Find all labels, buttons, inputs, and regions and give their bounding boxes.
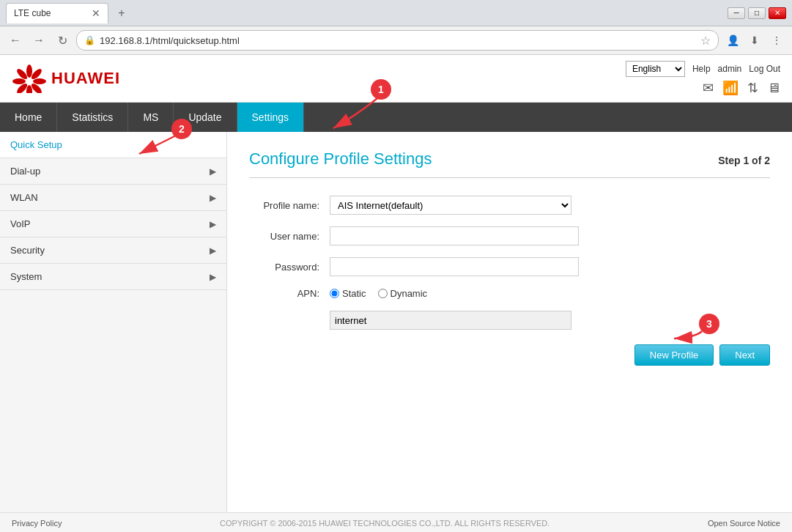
apn-input[interactable] <box>330 311 571 330</box>
extensions-icon[interactable]: 👤 <box>723 31 742 50</box>
brand-name: HUAWEI <box>51 69 120 88</box>
step-indicator: Step 1 of 2 <box>718 155 770 166</box>
url-bar[interactable]: 🔒 192.168.8.1/html/quicksetup.html ☆ <box>76 30 719 51</box>
apn-label: APN: <box>249 288 330 299</box>
svg-point-4 <box>26 85 32 93</box>
toolbar-icons: 👤 ⬇ ⋮ <box>723 31 786 50</box>
close-button[interactable]: ✕ <box>769 7 786 19</box>
username-group: User name: <box>249 226 770 245</box>
huawei-logo: HUAWEI <box>12 64 120 93</box>
profile-name-label: Profile name: <box>249 200 330 211</box>
next-button[interactable]: Next <box>719 344 770 366</box>
url-text: 192.168.8.1/html/quicksetup.html <box>100 35 696 46</box>
back-button[interactable]: ← <box>6 31 25 50</box>
status-icons: ✉ 📶 ⇅ 🖥 <box>703 80 780 96</box>
svg-point-6 <box>12 78 26 84</box>
logout-link[interactable]: Log Out <box>749 64 780 74</box>
open-source-link[interactable]: Open Source Notice <box>708 519 780 528</box>
profile-name-select[interactable]: AIS Internet(default) New Profile <box>330 196 571 215</box>
new-profile-button[interactable]: New Profile <box>634 344 714 366</box>
address-bar: ← → ↻ 🔒 192.168.8.1/html/quicksetup.html… <box>0 26 792 54</box>
chevron-right-icon: ▶ <box>210 245 216 256</box>
sidebar-item-voip[interactable]: VoIP ▶ <box>0 211 226 237</box>
chevron-right-icon: ▶ <box>210 219 216 229</box>
sidebar-quick-setup[interactable]: Quick Setup <box>0 132 226 158</box>
apn-static-option[interactable]: Static <box>330 288 366 299</box>
username-label: User name: <box>249 231 330 242</box>
username-input[interactable] <box>330 226 579 245</box>
svg-point-2 <box>33 78 46 84</box>
window-controls: ─ □ ✕ <box>728 7 786 19</box>
content-header: Configure Profile Settings Step 1 of 2 <box>249 149 770 178</box>
nav-menu: Home Statistics MS Update Settings <box>0 103 792 132</box>
profile-name-group: Profile name: AIS Internet(default) New … <box>249 196 770 215</box>
page-content: HUAWEI English ภาษาไทย Help admin Log Ou… <box>0 55 792 512</box>
chevron-right-icon: ▶ <box>210 272 216 282</box>
monitor-icon: 🖥 <box>767 81 780 96</box>
header-right: English ภาษาไทย Help admin Log Out ✉ 📶 ⇅… <box>626 61 780 96</box>
forward-button[interactable]: → <box>29 31 48 50</box>
annotation-3: 3 <box>699 314 719 334</box>
signal-icon: 📶 <box>722 80 739 96</box>
nav-statistics[interactable]: Statistics <box>57 103 128 132</box>
svg-point-0 <box>26 64 32 78</box>
privacy-policy-link[interactable]: Privacy Policy <box>12 519 62 528</box>
sidebar-item-system[interactable]: System ▶ <box>0 264 226 290</box>
maximize-button[interactable]: □ <box>748 7 766 19</box>
nav-ms[interactable]: MS <box>128 103 174 132</box>
password-input[interactable] <box>330 257 579 276</box>
nav-home[interactable]: Home <box>0 103 57 132</box>
annotation-2: 2 <box>171 119 192 139</box>
apn-value-group <box>249 311 770 330</box>
password-group: Password: <box>249 257 770 276</box>
help-link[interactable]: Help <box>692 64 711 74</box>
reload-button[interactable]: ↻ <box>53 31 72 50</box>
page-header: HUAWEI English ภาษาไทย Help admin Log Ou… <box>0 55 792 103</box>
message-icon[interactable]: ✉ <box>703 80 714 96</box>
apn-group: APN: Static Dynamic <box>249 288 770 299</box>
annotation-1: 1 <box>371 79 391 100</box>
sidebar-item-wlan[interactable]: WLAN ▶ <box>0 185 226 211</box>
browser-tab[interactable]: LTE cube ✕ <box>6 3 108 23</box>
page-title: Configure Profile Settings <box>249 149 432 169</box>
apn-dynamic-option[interactable]: Dynamic <box>378 288 428 299</box>
apn-radio-group: Static Dynamic <box>330 288 427 299</box>
chevron-right-icon: ▶ <box>210 193 216 203</box>
new-tab-button[interactable]: + <box>111 3 132 23</box>
sidebar: Quick Setup Dial-up ▶ WLAN ▶ VoIP ▶ Secu… <box>0 132 227 512</box>
tab-close-button[interactable]: ✕ <box>92 7 100 19</box>
lang-area: English ภาษาไทย Help admin Log Out <box>626 61 780 77</box>
bookmark-icon[interactable]: ☆ <box>700 34 711 48</box>
title-bar: LTE cube ✕ + ─ □ ✕ <box>0 0 792 26</box>
language-select[interactable]: English ภาษาไทย <box>626 61 685 77</box>
transfer-icon: ⇅ <box>747 80 758 96</box>
lock-icon: 🔒 <box>84 35 95 45</box>
button-row: New Profile Next <box>249 344 770 366</box>
settings-icon[interactable]: ⋮ <box>767 31 786 50</box>
sidebar-item-dialup[interactable]: Dial-up ▶ <box>0 158 226 185</box>
quick-setup-link[interactable]: Quick Setup <box>10 139 62 150</box>
copyright-text: COPYRIGHT © 2006-2015 HUAWEI TECHNOLOGIE… <box>220 519 549 528</box>
main-layout: Quick Setup Dial-up ▶ WLAN ▶ VoIP ▶ Secu… <box>0 132 792 512</box>
admin-link[interactable]: admin <box>718 64 742 74</box>
apn-static-radio[interactable] <box>330 289 339 298</box>
sidebar-item-security[interactable]: Security ▶ <box>0 237 226 264</box>
apn-dynamic-radio[interactable] <box>378 289 388 298</box>
download-icon[interactable]: ⬇ <box>745 31 764 50</box>
huawei-flower-icon <box>12 64 47 93</box>
minimize-button[interactable]: ─ <box>728 7 745 19</box>
chevron-right-icon: ▶ <box>210 166 216 177</box>
nav-settings[interactable]: Settings <box>237 103 305 132</box>
password-label: Password: <box>249 262 330 273</box>
page-footer: Privacy Policy COPYRIGHT © 2006-2015 HUA… <box>0 512 792 532</box>
tab-title: LTE cube <box>14 8 86 18</box>
